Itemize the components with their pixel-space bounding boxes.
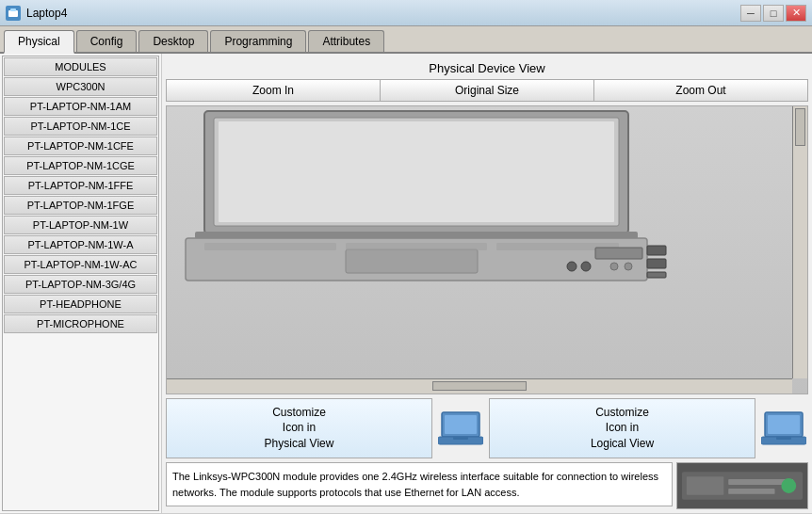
tab-config[interactable]: Config — [76, 30, 138, 52]
svg-rect-7 — [346, 249, 478, 273]
sidebar-item-nm-1ffe[interactable]: PT-LAPTOP-NM-1FFE — [4, 176, 157, 195]
sidebar-item-nm-1fge[interactable]: PT-LAPTOP-NM-1FGE — [4, 196, 157, 215]
sidebar-item-nm-1am[interactable]: PT-LAPTOP-NM-1AM — [4, 97, 157, 116]
description-text: The Linksys-WPC300N module provides one … — [166, 462, 673, 506]
maximize-button[interactable]: □ — [763, 5, 784, 22]
svg-rect-31 — [728, 489, 774, 494]
tab-physical[interactable]: Physical — [4, 30, 74, 54]
tab-desktop[interactable]: Desktop — [138, 30, 208, 52]
sidebar-item-nm-1w[interactable]: PT-LAPTOP-NM-1W — [4, 216, 157, 234]
svg-point-17 — [567, 262, 577, 271]
customize-logical-text: Customize Icon in Logical View — [591, 405, 654, 452]
sidebar-item-microphone[interactable]: PT-MICROPHONE — [4, 314, 157, 333]
title-bar-left: Laptop4 — [6, 6, 67, 21]
tab-programming[interactable]: Programming — [210, 30, 306, 52]
svg-rect-8 — [204, 243, 336, 250]
svg-point-15 — [610, 263, 618, 270]
right-panel: Physical Device View Zoom In Original Si… — [162, 54, 812, 513]
svg-rect-22 — [453, 437, 468, 440]
svg-rect-12 — [647, 259, 666, 268]
horizontal-thumb[interactable] — [432, 381, 527, 391]
sidebar-item-nm-1cfe[interactable]: PT-LAPTOP-NM-1CFE — [4, 137, 157, 155]
svg-rect-1 — [10, 8, 16, 11]
svg-point-32 — [781, 478, 796, 493]
sidebar-item-nm-1cge[interactable]: PT-LAPTOP-NM-1CGE — [4, 156, 157, 175]
title-bar: Laptop4 ─ □ ✕ — [0, 0, 812, 26]
canvas-scrollbar-horizontal[interactable] — [167, 378, 792, 394]
svg-rect-11 — [647, 246, 666, 255]
tab-attributes[interactable]: Attributes — [308, 30, 384, 52]
svg-rect-4 — [219, 121, 614, 222]
sidebar-item-nm-3g4g[interactable]: PT-LAPTOP-NM-3G/4G — [4, 275, 157, 294]
module-thumbnail — [676, 462, 808, 509]
main-content: MODULES WPC300N PT-LAPTOP-NM-1AM PT-LAPT… — [0, 54, 812, 513]
app-icon — [6, 6, 21, 21]
svg-rect-24 — [768, 415, 800, 434]
svg-point-16 — [625, 263, 632, 270]
device-canvas[interactable] — [166, 105, 808, 394]
customize-row: Customize Icon in Physical View Customiz… — [166, 398, 808, 458]
vertical-thumb[interactable] — [795, 108, 805, 146]
module-list[interactable]: MODULES WPC300N PT-LAPTOP-NM-1AM PT-LAPT… — [2, 56, 159, 511]
svg-rect-26 — [776, 437, 791, 440]
zoom-controls: Zoom In Original Size Zoom Out — [166, 79, 808, 102]
svg-point-18 — [581, 262, 591, 271]
minimize-button[interactable]: ─ — [740, 5, 761, 22]
zoom-in-button[interactable]: Zoom In — [167, 80, 381, 101]
sidebar-item-nm-1w-a[interactable]: PT-LAPTOP-NM-1W-A — [4, 235, 157, 254]
description-row: The Linksys-WPC300N module provides one … — [166, 462, 808, 509]
sidebar-item-headphone[interactable]: PT-HEADPHONE — [4, 295, 157, 313]
device-view-title: Physical Device View — [166, 57, 808, 79]
laptop-icon-logical — [759, 410, 808, 446]
window-title: Laptop4 — [26, 7, 67, 20]
svg-rect-0 — [8, 10, 18, 17]
tab-bar: Physical Config Desktop Programming Attr… — [0, 26, 812, 54]
sidebar: MODULES WPC300N PT-LAPTOP-NM-1AM PT-LAPT… — [0, 54, 162, 513]
svg-rect-9 — [346, 243, 487, 250]
customize-physical-text: Customize Icon in Physical View — [265, 405, 334, 452]
customize-logical-button[interactable]: Customize Icon in Logical View — [489, 398, 755, 458]
laptop-icon-physical — [436, 410, 485, 446]
close-button[interactable]: ✕ — [786, 5, 806, 22]
canvas-scrollbar-vertical[interactable] — [792, 106, 807, 378]
sidebar-item-nm-1ce[interactable]: PT-LAPTOP-NM-1CE — [4, 117, 157, 136]
svg-rect-14 — [595, 248, 642, 259]
sidebar-item-nm-1w-ac[interactable]: PT-LAPTOP-NM-1W-AC — [4, 255, 157, 274]
window-controls: ─ □ ✕ — [740, 5, 806, 22]
svg-rect-13 — [647, 272, 666, 278]
sidebar-item-wpc300n[interactable]: WPC300N — [4, 77, 157, 96]
sidebar-item-modules[interactable]: MODULES — [4, 57, 157, 76]
svg-rect-29 — [687, 476, 723, 495]
original-size-button[interactable]: Original Size — [381, 80, 594, 101]
svg-rect-20 — [445, 415, 477, 434]
zoom-out-button[interactable]: Zoom Out — [594, 80, 807, 101]
customize-physical-button[interactable]: Customize Icon in Physical View — [166, 398, 432, 458]
